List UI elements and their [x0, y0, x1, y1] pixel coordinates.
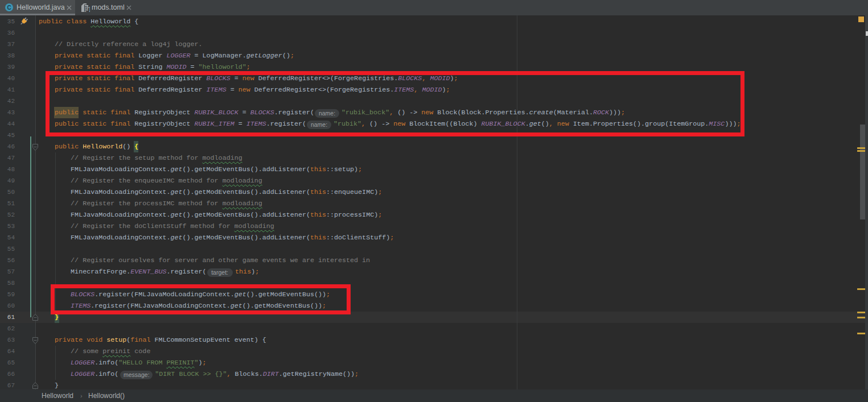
svg-text:[T]: [T] [85, 6, 90, 12]
svg-text:C: C [7, 5, 11, 11]
